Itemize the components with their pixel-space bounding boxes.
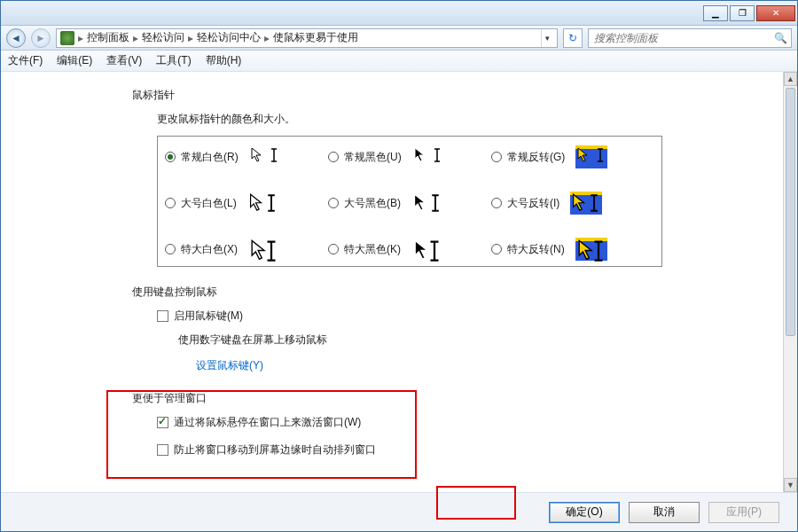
breadcrumb-item[interactable]: 使鼠标更易于使用: [273, 30, 358, 45]
forward-button[interactable]: ►: [31, 28, 51, 48]
scroll-up-arrow[interactable]: ▲: [784, 72, 797, 86]
pointer-option-label: 常规黑色(U): [344, 150, 402, 165]
pointer-option[interactable]: 大号黑色(B): [328, 192, 491, 215]
ok-button[interactable]: 确定(O): [549, 502, 620, 523]
pointer-option[interactable]: 常规反转(G): [491, 145, 654, 168]
address-bar: ◄ ► ▸ 控制面板 ▸ 轻松访问 ▸ 轻松访问中心 ▸ 使鼠标更易于使用 ▾ …: [1, 26, 797, 51]
search-box[interactable]: 🔍: [588, 28, 792, 48]
pointer-option-label: 特大白色(X): [181, 242, 238, 257]
pointer-option-label: 常规白色(R): [181, 150, 239, 165]
window-titlebar: ▁ ❐ ✕: [1, 1, 797, 26]
minimize-button[interactable]: ▁: [703, 5, 728, 21]
cursor-preview: [249, 145, 281, 168]
menu-edit[interactable]: 编辑(E): [57, 53, 92, 68]
cursor-preview: [570, 192, 602, 215]
pointer-option-label: 常规反转(G): [507, 150, 565, 165]
checkbox-label: 通过将鼠标悬停在窗口上来激活窗口(W): [174, 415, 361, 430]
pointer-option[interactable]: 特大反转(N): [491, 238, 654, 261]
cursor-preview: [412, 145, 444, 168]
section-title-keyboard: 使用键盘控制鼠标: [132, 285, 762, 300]
cursor-preview: [575, 238, 607, 261]
mousekeys-settings-link[interactable]: 设置鼠标键(Y): [196, 358, 263, 373]
checkbox-label: 启用鼠标键(M): [174, 309, 243, 324]
radio[interactable]: [165, 152, 176, 162]
cursor-preview: [411, 192, 443, 215]
breadcrumb-dropdown[interactable]: ▾: [541, 29, 553, 47]
vertical-scrollbar[interactable]: ▲ ▼: [783, 72, 797, 492]
search-input[interactable]: [592, 31, 774, 45]
cursor-preview: [248, 238, 280, 261]
checkbox[interactable]: [157, 417, 168, 428]
chevron-right-icon: ▸: [78, 32, 83, 44]
scroll-down-arrow[interactable]: ▼: [784, 478, 797, 492]
menu-bar: 文件(F) 编辑(E) 查看(V) 工具(T) 帮助(H): [1, 51, 797, 72]
content-area: 鼠标指针 更改鼠标指针的颜色和大小。 常规白色(R) 常规黑色(U) 常规反转(…: [1, 72, 783, 492]
section-title-pointers: 鼠标指针: [132, 88, 762, 103]
cursor-preview: [411, 238, 443, 261]
checkbox-label: 防止将窗口移动到屏幕边缘时自动排列窗口: [174, 442, 376, 458]
radio[interactable]: [491, 152, 502, 162]
cursor-preview: [247, 192, 279, 215]
pointer-option[interactable]: 常规黑色(U): [328, 145, 491, 168]
radio[interactable]: [165, 198, 176, 208]
menu-tools[interactable]: 工具(T): [156, 53, 191, 68]
menu-help[interactable]: 帮助(H): [206, 53, 242, 68]
chevron-right-icon: ▸: [133, 32, 138, 44]
apply-button[interactable]: 应用(P): [708, 502, 779, 523]
checkbox[interactable]: [157, 444, 168, 456]
maximize-button[interactable]: ❐: [730, 5, 755, 21]
cancel-button[interactable]: 取消: [629, 502, 700, 523]
refresh-button[interactable]: ↻: [563, 28, 583, 48]
chevron-right-icon: ▸: [264, 32, 270, 44]
menu-file[interactable]: 文件(F): [8, 53, 43, 68]
pointer-option[interactable]: 大号白色(L): [165, 192, 328, 215]
breadcrumb[interactable]: ▸ 控制面板 ▸ 轻松访问 ▸ 轻松访问中心 ▸ 使鼠标更易于使用 ▾: [56, 28, 558, 48]
pointer-option-label: 大号白色(L): [181, 196, 237, 211]
breadcrumb-item[interactable]: 轻松访问中心: [197, 30, 261, 45]
pointer-option-label: 大号反转(I): [507, 196, 559, 211]
radio[interactable]: [328, 198, 339, 208]
control-panel-icon: [60, 31, 74, 45]
pointer-option-label: 特大黑色(K): [344, 242, 401, 257]
breadcrumb-item[interactable]: 轻松访问: [142, 30, 184, 45]
cursor-preview: [575, 145, 607, 168]
chevron-right-icon: ▸: [188, 32, 193, 44]
checkbox[interactable]: [157, 310, 168, 322]
section-title-windows: 更便于管理窗口: [132, 391, 762, 406]
section-subtitle: 更改鼠标指针的颜色和大小。: [157, 112, 762, 127]
back-button[interactable]: ◄: [6, 28, 26, 48]
dialog-buttons: 确定(O) 取消 应用(P): [1, 492, 797, 531]
search-icon: 🔍: [774, 32, 787, 44]
pointer-option[interactable]: 特大白色(X): [165, 238, 328, 261]
pointer-option-label: 大号黑色(B): [344, 196, 401, 211]
breadcrumb-item[interactable]: 控制面板: [87, 30, 129, 45]
menu-view[interactable]: 查看(V): [106, 53, 142, 68]
radio[interactable]: [328, 244, 339, 254]
scroll-thumb[interactable]: [786, 88, 795, 336]
radio[interactable]: [328, 152, 339, 162]
pointer-option[interactable]: 常规白色(R): [165, 145, 328, 168]
close-button[interactable]: ✕: [756, 5, 795, 21]
radio[interactable]: [165, 244, 176, 254]
hover-activate-row[interactable]: 通过将鼠标悬停在窗口上来激活窗口(W): [157, 415, 762, 430]
pointer-option-label: 特大反转(N): [507, 242, 565, 257]
pointer-option[interactable]: 大号反转(I): [491, 192, 654, 215]
control-panel-window: ▁ ❐ ✕ ◄ ► ▸ 控制面板 ▸ 轻松访问 ▸ 轻松访问中心 ▸ 使鼠标更易…: [0, 0, 798, 532]
prevent-snap-row[interactable]: 防止将窗口移动到屏幕边缘时自动排列窗口: [157, 442, 762, 458]
radio[interactable]: [491, 244, 502, 254]
enable-mousekeys-row[interactable]: 启用鼠标键(M): [157, 309, 762, 324]
pointer-options-box: 常规白色(R) 常规黑色(U) 常规反转(G) 大号白色(L): [157, 136, 662, 267]
radio[interactable]: [491, 198, 502, 208]
pointer-option[interactable]: 特大黑色(K): [328, 238, 491, 261]
mousekeys-description: 使用数字键盘在屏幕上移动鼠标: [178, 332, 762, 348]
